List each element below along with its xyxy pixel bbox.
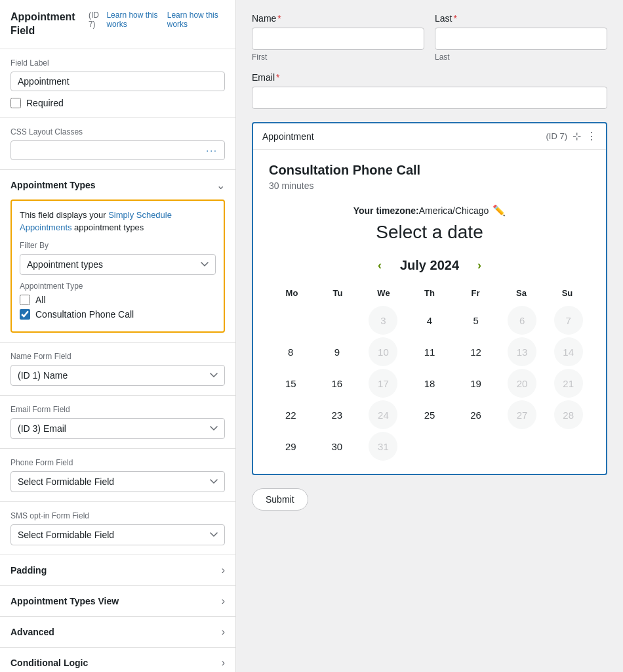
last-label-field: Last*	[435, 13, 607, 24]
sms-form-field-select[interactable]: Select Formidable Field	[10, 524, 225, 545]
phone-form-field-select[interactable]: Select Formidable Field	[10, 471, 225, 492]
name-form-field-section: Name Form Field (ID 1) Name	[0, 343, 235, 396]
email-label: Email*	[252, 72, 607, 83]
day-header-su: Su	[544, 285, 590, 301]
table-row	[276, 306, 305, 335]
table-row[interactable]: 19	[462, 369, 491, 398]
table-row[interactable]: 26	[462, 400, 491, 429]
edit-timezone-icon[interactable]: ✏️	[492, 204, 506, 217]
last-required-star: *	[453, 13, 456, 24]
phone-form-field-section: Phone Form Field Select Formidable Field	[0, 449, 235, 502]
appointment-types-title: Appointment Types	[10, 180, 96, 190]
name-form-field-label: Name Form Field	[10, 352, 225, 361]
field-label-label: Field Label	[10, 58, 225, 68]
table-row: 6	[508, 306, 536, 335]
email-form-field-label: Email Form Field	[10, 405, 225, 414]
appointment-types-header[interactable]: Appointment Types ⌄	[10, 179, 225, 192]
table-row: 10	[369, 337, 397, 366]
conditional-logic-header: Conditional Logic ›	[10, 657, 225, 669]
right-panel: Name* First Last* Last Email* Ap	[236, 0, 623, 672]
table-row: 14	[554, 337, 583, 366]
table-row[interactable]: 5	[462, 306, 491, 335]
move-icon[interactable]: ⊹	[573, 130, 581, 142]
day-header-we: We	[361, 285, 407, 301]
widget-id-label: (ID 7)	[546, 131, 568, 141]
table-row[interactable]: 9	[323, 337, 352, 366]
table-row: 3	[369, 306, 397, 335]
appointment-types-view-label: Appointment Types View	[10, 596, 119, 606]
email-row: Email*	[252, 72, 607, 109]
all-checkbox[interactable]	[20, 295, 30, 305]
table-row[interactable]: 4	[415, 306, 444, 335]
name-row: Name* First Last* Last	[252, 13, 607, 62]
appointment-types-chevron: ⌄	[216, 179, 225, 192]
info-text-prefix: This field displays your	[20, 210, 108, 220]
phone-form-field-label: Phone Form Field	[10, 458, 225, 467]
advanced-section[interactable]: Advanced ›	[0, 617, 235, 648]
day-header-fr: Fr	[452, 285, 498, 301]
first-label: First	[252, 52, 424, 62]
field-label-section: Field Label Required	[0, 49, 235, 118]
advanced-chevron-icon: ›	[222, 626, 225, 638]
more-icon[interactable]: ⋮	[586, 130, 597, 142]
conditional-logic-chevron-icon: ›	[222, 657, 225, 669]
last-name-field: Last* Last	[435, 13, 607, 62]
learn-link-1[interactable]: Learn how this works	[106, 10, 164, 29]
table-row[interactable]: 12	[462, 337, 491, 366]
table-row[interactable]: 29	[276, 432, 305, 461]
padding-section[interactable]: Padding ›	[0, 555, 235, 586]
day-header-mo: Mo	[269, 285, 315, 301]
calendar-body: 3456789101112131415161718192021222324252…	[269, 306, 590, 461]
table-row: 28	[554, 400, 583, 429]
table-row[interactable]: 30	[323, 432, 352, 461]
padding-chevron-icon: ›	[222, 564, 225, 576]
advanced-label: Advanced	[10, 627, 54, 637]
left-panel: Appointment Field (ID 7) Learn how this …	[0, 0, 236, 672]
email-input[interactable]	[252, 87, 607, 109]
last-name-input[interactable]	[435, 28, 607, 50]
field-label-input[interactable]	[10, 72, 225, 91]
learn-link-2[interactable]: Learn how this works	[167, 10, 225, 29]
first-name-input[interactable]	[252, 28, 424, 50]
name-required-star: *	[277, 13, 281, 24]
next-month-button[interactable]: ›	[472, 256, 487, 275]
table-row: 31	[369, 432, 397, 461]
widget-header: Appointment (ID 7) ⊹ ⋮	[253, 123, 606, 150]
table-row[interactable]: 18	[415, 369, 444, 398]
info-text-suffix: appointment types	[72, 222, 144, 232]
widget-title: Appointment	[262, 131, 314, 142]
last-label: Last	[435, 52, 607, 62]
panel-header: Appointment Field (ID 7) Learn how this …	[0, 0, 235, 49]
table-row[interactable]: 23	[323, 400, 352, 429]
conditional-logic-label: Conditional Logic	[10, 658, 88, 668]
email-form-field-select[interactable]: (ID 3) Email	[10, 418, 225, 439]
css-layout-input[interactable]: ···	[10, 140, 225, 160]
filter-by-select[interactable]: Appointment types Category	[20, 254, 216, 275]
required-checkbox[interactable]	[10, 98, 21, 108]
table-row[interactable]: 16	[323, 369, 352, 398]
info-text: This field displays your Simply Schedule…	[20, 209, 216, 234]
prev-month-button[interactable]: ‹	[372, 256, 387, 275]
table-row[interactable]: 22	[276, 400, 305, 429]
table-row[interactable]: 25	[415, 400, 444, 429]
appointment-types-view-section[interactable]: Appointment Types View ›	[0, 586, 235, 617]
consultation-label: Consultation Phone Call	[35, 309, 134, 320]
consultation-checkbox[interactable]	[20, 309, 30, 320]
first-name-field: Name* First	[252, 13, 424, 62]
appointment-type-label: Appointment Type	[20, 282, 216, 291]
appointment-types-view-chevron-icon: ›	[222, 595, 225, 607]
submit-button[interactable]: Submit	[252, 488, 308, 511]
filter-by-label: Filter By	[20, 241, 216, 250]
table-row[interactable]: 15	[276, 369, 305, 398]
table-row[interactable]: 8	[276, 337, 305, 366]
conditional-logic-section[interactable]: Conditional Logic ›	[0, 648, 235, 672]
name-form-field-select[interactable]: (ID 1) Name	[10, 365, 225, 386]
table-row[interactable]: 11	[415, 337, 444, 366]
form-area: Name* First Last* Last Email* Ap	[252, 13, 607, 511]
padding-label: Padding	[10, 565, 47, 576]
consultation-duration: 30 minutes	[269, 180, 590, 191]
table-row: 13	[508, 337, 536, 366]
table-row	[323, 306, 352, 335]
all-checkbox-row: All	[20, 295, 216, 305]
table-row	[462, 432, 491, 461]
